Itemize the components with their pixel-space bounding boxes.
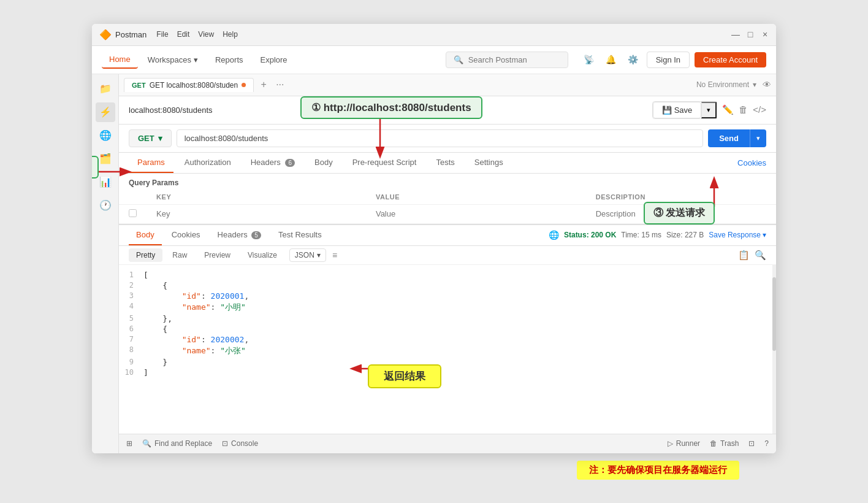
postman-logo-icon: 🔶 [99,29,112,40]
maximize-button[interactable]: □ [747,31,754,38]
sidebar-collections-icon[interactable]: 📁 [96,79,115,99]
fullscreen-button[interactable]: ⊡ [748,439,755,448]
chevron-down-icon: ▾ [753,80,756,89]
code-icon[interactable]: </> [753,104,766,115]
save-button[interactable]: 💾 Save [653,102,702,118]
sidebar-history-icon[interactable]: 🕐 [96,196,115,215]
code-line-1: 1 [ [119,270,776,280]
tab-params[interactable]: Params [129,153,173,173]
chevron-down-icon: ▾ [194,55,198,64]
bottom-bar-layout-icon[interactable]: ⊞ [126,439,132,448]
tab-authorization[interactable]: Authorization [176,153,240,173]
row-key-cell [147,204,366,223]
main-layout: 📁 ⚡ 🌐 🗂️ 📊 🕐 GET GET localhost:8080/stud… [92,74,776,453]
close-button[interactable]: × [761,31,769,38]
save-response-button[interactable]: Save Response ▾ [709,231,766,239]
tab-body[interactable]: Body [306,153,341,173]
tab-tests[interactable]: Tests [427,153,463,173]
console-button[interactable]: ⊡ Console [222,439,258,448]
code-toolbar: Pretty Raw Preview Visualize JSON ▾ ≡ 📋 … [119,246,776,265]
method-selector[interactable]: GET ▾ [129,129,172,147]
tab-bar: GET GET localhost:8080/studen + ··· No E… [119,74,776,96]
send-dropdown-button[interactable]: ▾ [750,129,766,147]
resp-tab-cookies[interactable]: Cookies [164,225,208,245]
env-eye-icon[interactable]: 👁 [763,80,771,90]
settings-icon[interactable]: ⚙️ [625,51,642,68]
menu-view[interactable]: View [198,30,214,39]
resp-tab-test-results[interactable]: Test Results [271,225,329,245]
code-line-10: 10 ] [119,367,776,378]
runner-icon: ▷ [668,439,673,448]
code-tab-raw[interactable]: Raw [165,248,194,262]
search-icon[interactable]: 🔍 [755,250,766,261]
nav-bar: Home Workspaces ▾ Reports Explore 🔍 📡 🔔 … [92,46,776,74]
code-tab-pretty[interactable]: Pretty [129,248,162,262]
request-tab[interactable]: GET GET localhost:8080/studen [124,78,254,92]
search-icon: 🔍 [454,55,463,64]
trash-button[interactable]: 🗑 Trash [710,439,739,448]
format-selector[interactable]: JSON ▾ [289,248,326,262]
key-input[interactable] [156,209,356,218]
url-input[interactable] [177,129,703,147]
find-replace-button[interactable]: 🔍 Find and Replace [142,439,212,448]
response-section: Body Cookies Headers 5 Test Results 🌐 St… [119,224,776,434]
row-checkbox[interactable] [119,204,147,223]
request-tabs: Params Authorization Headers 6 Body Pre-… [119,153,776,174]
code-line-5: 5 }, [119,313,776,324]
tab-pre-request[interactable]: Pre-request Script [344,153,425,173]
word-wrap-icon[interactable]: ≡ [332,250,337,260]
col-key-header: KEY [147,190,366,205]
minimize-button[interactable]: — [732,31,739,38]
cookies-link[interactable]: Cookies [737,158,766,167]
resp-tab-body[interactable]: Body [129,225,162,245]
sidebar-environments-icon[interactable]: 🌐 [96,126,115,145]
save-dropdown-button[interactable]: ▾ [701,102,717,118]
trash-icon: 🗑 [710,439,717,448]
resp-tab-headers[interactable]: Headers 5 [210,225,268,245]
create-account-button[interactable]: Create Account [695,52,766,67]
new-tab-button[interactable]: + [256,77,271,92]
environment-selector[interactable]: No Environment ▾ [696,80,756,89]
sidebar-monitors-icon[interactable]: 📊 [96,172,115,192]
value-input[interactable] [376,209,576,218]
resp-headers-badge: 5 [251,231,261,239]
request-actions: 💾 Save ▾ ✏️ 🗑 </> [652,101,766,119]
scrollbar-track[interactable] [772,265,776,434]
response-tabs-bar: Body Cookies Headers 5 Test Results 🌐 St… [119,225,776,246]
tab-headers[interactable]: Headers 6 [242,153,303,173]
code-tab-preview[interactable]: Preview [197,248,238,262]
env-label: No Environment [696,80,749,89]
help-button[interactable]: ? [764,439,769,448]
code-line-8: 8 "name": "小张" [119,345,776,357]
menu-help[interactable]: Help [223,30,238,39]
send-button[interactable]: Send [708,129,750,147]
menu-edit[interactable]: Edit [177,30,190,39]
menu-file[interactable]: File [156,30,168,39]
more-tabs-button[interactable]: ··· [273,79,286,90]
method-label: GET [138,134,154,143]
sidebar-mock-icon[interactable]: 🗂️ [96,149,115,169]
sidebar-api-icon[interactable]: ⚡ [96,102,115,122]
nav-reports[interactable]: Reports [208,52,251,68]
search-input[interactable] [468,55,560,64]
delete-icon[interactable]: 🗑 [739,104,748,115]
tab-settings[interactable]: Settings [466,153,512,173]
nav-workspaces[interactable]: Workspaces ▾ [140,52,205,68]
scrollbar-thumb[interactable] [772,277,776,351]
row-check-input[interactable] [129,209,137,217]
content-area: GET GET localhost:8080/studen + ··· No E… [119,74,776,453]
notification-icon[interactable]: 🔔 [603,51,620,68]
search-bar[interactable]: 🔍 [446,52,568,68]
params-table: KEY VALUE DESCRIPTION [119,190,776,224]
edit-icon[interactable]: ✏️ [722,104,734,115]
desc-input[interactable] [596,209,766,218]
satellite-icon[interactable]: 📡 [581,51,598,68]
nav-home[interactable]: Home [102,51,138,69]
copy-icon[interactable]: 📋 [738,250,750,261]
code-tab-visualize[interactable]: Visualize [240,248,284,262]
code-line-9: 9 } [119,357,776,367]
url-bar: GET ▾ Send ▾ [119,125,776,153]
runner-button[interactable]: ▷ Runner [668,439,700,448]
signin-button[interactable]: Sign In [647,52,690,68]
nav-explore[interactable]: Explore [253,52,295,68]
